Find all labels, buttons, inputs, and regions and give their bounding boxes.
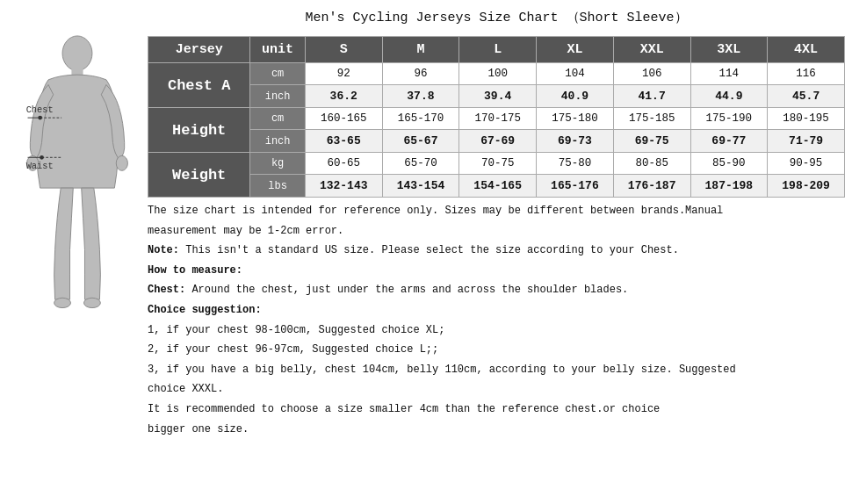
svg-point-5 [84,298,101,307]
weight-kg-unit: kg [250,153,305,175]
chest-cm-l: 100 [459,63,537,85]
header-jersey: Jersey [148,37,250,63]
svg-point-12 [38,116,42,120]
weight-kg-3xl: 85-90 [690,153,768,175]
note-line2: measurement may be 1-2cm error. [148,223,845,240]
height-cm-4xl: 180-195 [768,108,845,130]
weight-lbs-xl: 165-176 [537,175,614,198]
chest-label-note: Chest: [148,284,185,296]
choice-suggestion-label: Choice suggestion: [148,302,845,319]
weight-kg-4xl: 90-95 [768,153,845,175]
header-xl: XL [537,37,614,63]
note-paragraph: Note: This isn't a standard US size. Ple… [148,242,845,259]
header-l: L [459,37,537,63]
header-xxl: XXL [613,37,690,63]
how-to-measure: How to measure: [148,263,845,279]
size-chart-table: Jersey unit S M L XL XXL 3XL 4XL Chest A… [148,36,845,198]
weight-label: Weight [148,153,250,198]
weight-kg-xxl: 80-85 [613,153,690,175]
choice3b: choice XXXL. [148,381,845,398]
body-figure: Chest Waist [7,9,148,495]
chest-cm-unit: cm [250,63,305,85]
note-line1: The size chart is intended for reference… [148,203,845,220]
svg-text:Chest: Chest [26,104,54,115]
weight-lbs-l: 154-165 [459,175,537,198]
svg-point-3 [116,155,127,170]
chest-cm-3xl: 114 [690,63,768,85]
notes-section: The size chart is intended for reference… [148,203,845,441]
height-inch-xl: 69-73 [537,130,614,153]
chest-inch-s: 36.2 [305,85,382,108]
weight-kg-l: 70-75 [459,153,537,175]
note-text: This isn't a standard US size. Please se… [179,244,679,256]
weight-lbs-row: lbs 132-143 143-154 154-165 165-176 176-… [148,175,845,198]
chest-inch-4xl: 45.7 [768,85,845,108]
weight-kg-xl: 75-80 [537,153,614,175]
chest-cm-xxl: 106 [613,63,690,85]
choice1: 1, if your chest 98-100cm, Suggested cho… [148,322,845,339]
header-unit: unit [250,37,305,63]
height-inch-unit: inch [250,130,305,153]
weight-kg-s: 60-65 [305,153,382,175]
weight-lbs-3xl: 187-198 [690,175,768,198]
height-cm-m: 165-170 [382,108,459,130]
choice2: 2, if your chest 96-97cm, Suggested choi… [148,342,845,358]
height-inch-3xl: 69-77 [690,130,768,153]
chest-cm-row: Chest A cm 92 96 100 104 106 114 116 [148,63,845,85]
chest-inch-l: 39.4 [459,85,537,108]
height-cm-3xl: 175-190 [690,108,768,130]
choice-label: Choice suggestion: [148,304,262,316]
chest-cm-xl: 104 [537,63,614,85]
chest-inch-unit: inch [250,85,305,108]
weight-kg-row: Weight kg 60-65 65-70 70-75 75-80 80-85 … [148,153,845,175]
svg-point-0 [62,36,92,71]
weight-lbs-m: 143-154 [382,175,459,198]
height-cm-xl: 175-180 [537,108,614,130]
chest-cm-4xl: 116 [768,63,845,85]
height-inch-l: 67-69 [459,130,537,153]
height-inch-xxl: 69-75 [613,130,690,153]
table-header-row: Jersey unit S M L XL XXL 3XL 4XL [148,37,845,63]
header-m: M [382,37,459,63]
how-label: How to measure: [148,264,242,277]
chest-inch-row: inch 36.2 37.8 39.4 40.9 41.7 44.9 45.7 [148,85,845,108]
chest-inch-xl: 40.9 [537,85,614,108]
choice3: 3, if you have a big belly, chest 104cm,… [148,362,845,378]
height-inch-s: 63-65 [305,130,382,153]
chest-cm-s: 92 [305,63,382,85]
note-label: Note: [148,244,179,256]
svg-point-4 [54,298,71,307]
body-silhouette: Chest Waist [20,35,134,316]
height-label: Height [148,108,250,153]
height-inch-row: inch 63-65 65-67 67-69 69-73 69-75 69-77… [148,130,845,153]
chest-inch-3xl: 44.9 [690,85,768,108]
header-s: S [305,37,382,63]
chest-inch-xxl: 41.7 [613,85,690,108]
chest-label: Chest A [148,63,250,108]
right-content: Men's Cycling Jerseys Size Chart （Short … [148,9,845,495]
height-cm-row: Height cm 160-165 165-170 170-175 175-18… [148,108,845,130]
header-3xl: 3XL [690,37,768,63]
chest-measure: Chest: Around the chest, just under the … [148,282,845,299]
height-cm-s: 160-165 [305,108,382,130]
chest-text: Around the chest, just under the arms an… [185,284,628,296]
weight-kg-m: 65-70 [382,153,459,175]
svg-point-13 [40,155,44,160]
weight-lbs-unit: lbs [250,175,305,198]
weight-lbs-xxl: 176-187 [613,175,690,198]
weight-lbs-s: 132-143 [305,175,382,198]
chart-title: Men's Cycling Jerseys Size Chart （Short … [148,9,845,25]
height-inch-m: 65-67 [382,130,459,153]
rec: It is recommended to choose a size small… [148,401,845,418]
height-cm-unit: cm [250,108,305,130]
height-cm-xxl: 175-185 [613,108,690,130]
weight-lbs-4xl: 198-209 [768,175,845,198]
header-4xl: 4XL [768,37,845,63]
height-inch-4xl: 71-79 [768,130,845,153]
recb: bigger one size. [148,421,845,438]
height-cm-l: 170-175 [459,108,537,130]
chest-cm-m: 96 [382,63,459,85]
chest-inch-m: 37.8 [382,85,459,108]
svg-text:Waist: Waist [26,161,54,171]
